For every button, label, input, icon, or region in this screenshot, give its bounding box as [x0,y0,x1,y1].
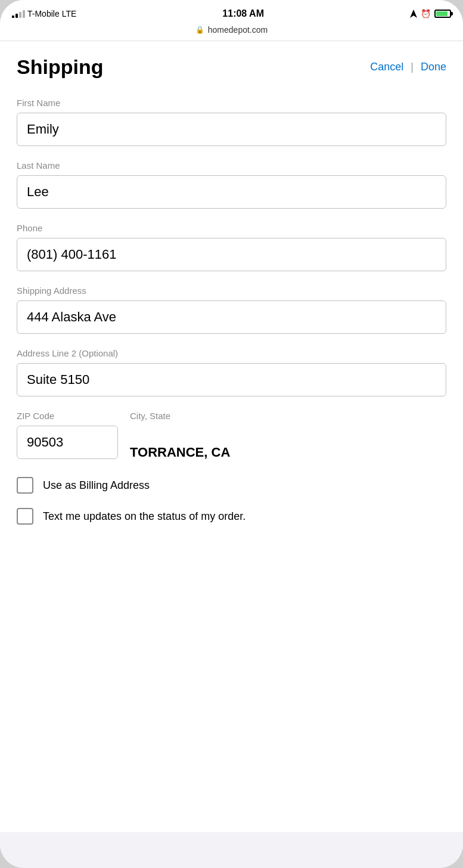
city-state-label: City, State [130,411,446,421]
shipping-address-label: Shipping Address [17,286,446,296]
last-name-group: Last Name [17,160,446,209]
form-header: Shipping Cancel | Done [17,55,446,79]
shipping-address-group: Shipping Address [17,286,446,334]
status-left: T-Mobile LTE [12,9,76,18]
first-name-label: First Name [17,98,446,108]
last-name-label: Last Name [17,160,446,170]
address-line2-input[interactable] [17,363,446,396]
location-icon [410,10,417,18]
cancel-button[interactable]: Cancel [370,61,403,73]
url-bar: 🔒 homedepot.com [0,21,463,41]
address-line2-group: Address Line 2 (Optional) [17,348,446,396]
billing-checkbox[interactable] [17,477,33,494]
phone-label: Phone [17,223,446,233]
phone-group: Phone [17,223,446,271]
text-updates-checkbox-group: Text me updates on the status of my orde… [17,508,446,525]
zip-city-row: ZIP Code City, State TORRANCE, CA [17,411,446,460]
status-bar: T-Mobile LTE 11:08 AM ⏰ [0,0,463,21]
zip-code-label: ZIP Code [17,411,118,421]
battery-icon [434,10,451,18]
page-title: Shipping [17,55,103,79]
alarm-icon: ⏰ [421,9,431,18]
first-name-input[interactable] [17,113,446,146]
signal-bars-icon [12,10,25,18]
text-updates-checkbox[interactable] [17,508,33,525]
zip-code-group: ZIP Code [17,411,118,459]
header-divider: | [411,61,414,73]
main-content: Shipping Cancel | Done First Name Last N… [0,41,463,832]
last-name-input[interactable] [17,175,446,209]
bottom-area [0,832,463,868]
status-right: ⏰ [410,9,451,18]
done-button[interactable]: Done [421,61,446,73]
first-name-group: First Name [17,98,446,146]
network-type-label: LTE [62,9,77,18]
city-state-value: TORRANCE, CA [130,426,446,460]
zip-code-input[interactable] [17,426,118,459]
url-text: homedepot.com [208,25,268,35]
billing-checkbox-group: Use as Billing Address [17,477,446,494]
lock-icon: 🔒 [195,26,204,34]
billing-checkbox-label: Use as Billing Address [43,479,150,492]
phone-frame: T-Mobile LTE 11:08 AM ⏰ 🔒 homedepot.com … [0,0,463,868]
carrier-label: T-Mobile [27,9,60,18]
text-updates-checkbox-label: Text me updates on the status of my orde… [43,510,246,523]
header-actions: Cancel | Done [370,61,446,73]
address-line2-label: Address Line 2 (Optional) [17,348,446,358]
phone-input[interactable] [17,238,446,271]
shipping-address-input[interactable] [17,300,446,334]
time-label: 11:08 AM [222,8,264,19]
city-state-group: City, State TORRANCE, CA [130,411,446,460]
